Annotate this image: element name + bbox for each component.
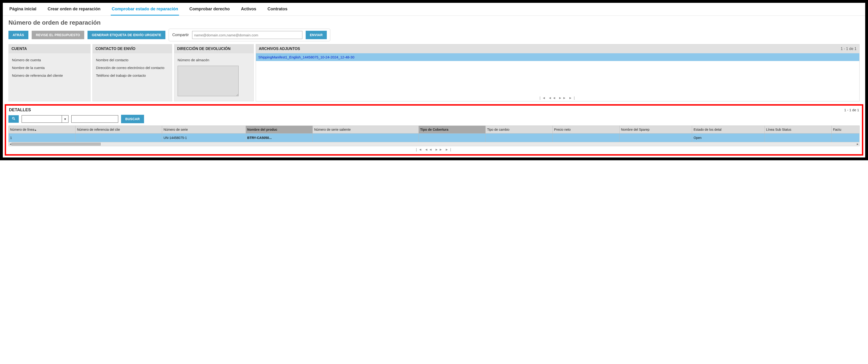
tab-home[interactable]: Página inicial: [8, 4, 37, 16]
col-coverage-type[interactable]: Tipo de Cobertura: [419, 126, 486, 133]
share-panel: Compartir ENVIAR: [169, 29, 330, 41]
cell-substatus: [765, 133, 831, 142]
account-panel: CUENTA Número de cuenta Nombre de la cue…: [8, 44, 91, 101]
cell-coverage: [419, 133, 486, 142]
col-line-number[interactable]: Número de línea▲: [9, 126, 75, 133]
cell-product: BTRY-CA5050...: [246, 133, 312, 142]
tab-check-entitlement[interactable]: Comprobar derecho: [188, 4, 230, 16]
search-icon-button[interactable]: [8, 115, 19, 123]
details-count: 1 - 1 de 1: [844, 108, 859, 112]
return-address-textarea[interactable]: [178, 66, 239, 96]
account-panel-title: CUENTA: [9, 44, 90, 53]
tab-create-order[interactable]: Crear orden de reparación: [47, 4, 101, 16]
return-address-panel: DIRECCIÓN DE DEVOLUCIÓN Número de almacé…: [174, 44, 254, 101]
tab-contracts[interactable]: Contratos: [267, 4, 288, 16]
cell-invoice: [831, 133, 859, 142]
col-product-name[interactable]: Nombre del produc: [246, 126, 312, 133]
account-name-label: Nombre de la cuenta: [12, 66, 87, 70]
search-field-combo[interactable]: ▾: [22, 115, 68, 123]
scrollbar-thumb[interactable]: [11, 143, 101, 146]
search-icon: [12, 117, 16, 121]
col-detail-status[interactable]: Estado de los detal: [692, 126, 765, 133]
horizontal-scrollbar[interactable]: ◄ ►: [8, 142, 860, 146]
svg-point-0: [12, 117, 14, 119]
shipping-contact-panel: CONTACTO DE ENVÍO Nombre del contacto Di…: [92, 44, 172, 101]
col-exchange-type[interactable]: Tipo de cambio: [486, 126, 553, 133]
share-label: Compartir: [172, 33, 189, 37]
cell-status: Open: [692, 133, 765, 142]
table-row[interactable]: 1 UN-14458075-1 BTRY-CA5050... Open: [9, 133, 860, 142]
review-quote-button[interactable]: REVISE EL PRESUPUESTO: [32, 31, 85, 39]
cell-exchange: [486, 133, 553, 142]
contact-name-label: Nombre del contacto: [96, 58, 169, 62]
cell-serial: UN-14458075-1: [162, 133, 246, 142]
col-net-price[interactable]: Precio neto: [553, 126, 619, 133]
col-sparep-name[interactable]: Nombre del Sparep: [620, 126, 692, 133]
chevron-down-icon[interactable]: ▾: [62, 116, 68, 122]
attachments-count: 1 - 1 de 1: [841, 47, 857, 51]
customer-reference-label: Número de referencia del cliente: [12, 73, 87, 78]
col-outgoing-serial[interactable]: Número de serie saliente: [313, 126, 419, 133]
back-button[interactable]: ATRÁS: [8, 31, 28, 39]
svg-line-1: [14, 119, 15, 120]
cell-out-serial: [313, 133, 419, 142]
attachments-pager[interactable]: ❘◄ ◄◄ ►► ►❘: [256, 96, 859, 100]
contact-phone-label: Teléfono del trabajo de contacto: [96, 73, 169, 78]
tab-assets[interactable]: Activos: [240, 4, 257, 16]
attachments-title: ARCHIVOS ADJUNTOS: [259, 47, 300, 51]
details-section-highlight: DETALLES 1 - 1 de 1 ▾ BUSCAR: [5, 104, 863, 156]
warehouse-number-label: Número de almacén: [178, 58, 250, 62]
shipping-contact-title: CONTACTO DE ENVÍO: [93, 44, 172, 53]
action-bar: ATRÁS REVISE EL PRESUPUESTO GENERAR ETIQ…: [3, 29, 865, 44]
cell-cust-ref: [75, 133, 162, 142]
cell-net: [553, 133, 619, 142]
details-title: DETALLES: [9, 108, 31, 113]
search-value-input[interactable]: [71, 115, 118, 123]
generate-shipping-label-button[interactable]: GENERAR ETIQUETA DE ENVÍO URGENTE: [88, 31, 165, 39]
attachment-link[interactable]: ShippingManifest1_English_14458075_10-24…: [256, 53, 859, 61]
search-field-input[interactable]: [22, 116, 62, 122]
details-search-row: ▾ BUSCAR: [8, 115, 860, 123]
page-title: Número de orden de reparación: [3, 16, 865, 29]
send-button[interactable]: ENVIAR: [306, 31, 327, 39]
tab-check-status[interactable]: Comprobar estado de reparación: [111, 4, 179, 16]
account-number-label: Número de cuenta: [12, 58, 87, 62]
return-address-title: DIRECCIÓN DE DEVOLUCIÓN: [174, 44, 254, 53]
col-serial-number[interactable]: Número de serie: [162, 126, 246, 133]
col-invoice[interactable]: Factu: [831, 126, 859, 133]
contact-email-label: Dirección de correo electrónico del cont…: [96, 66, 169, 70]
share-email-input[interactable]: [192, 31, 302, 39]
search-button[interactable]: BUSCAR: [121, 115, 144, 123]
attachments-panel: ARCHIVOS ADJUNTOS 1 - 1 de 1 ShippingMan…: [256, 44, 860, 101]
details-table: Número de línea▲ Número de referencia de…: [8, 126, 860, 142]
cell-sparep: [620, 133, 692, 142]
cell-line: 1: [9, 133, 75, 142]
scroll-right-icon[interactable]: ►: [856, 142, 859, 146]
top-nav-tabs: Página inicial Crear orden de reparación…: [3, 4, 865, 16]
sort-asc-icon: ▲: [34, 129, 37, 131]
details-pager[interactable]: ❘◄ ◄◄ ►► ►❘: [8, 146, 860, 152]
col-customer-ref[interactable]: Número de referencia del clie: [75, 126, 162, 133]
col-line-sub-status[interactable]: Línea Sub Status: [765, 126, 831, 133]
